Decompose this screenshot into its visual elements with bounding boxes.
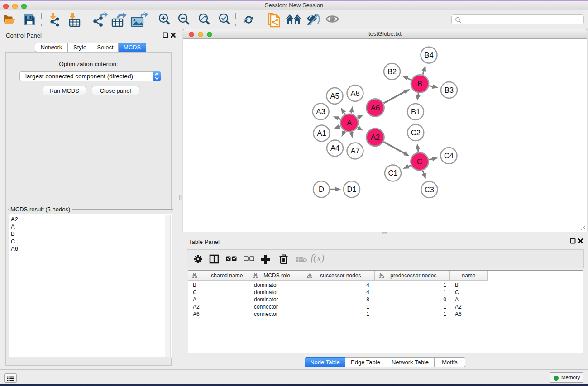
svg-text:C4: C4 [444, 152, 454, 160]
svg-text:C3: C3 [425, 186, 434, 194]
svg-text:B3: B3 [445, 86, 454, 94]
svg-text:A1: A1 [317, 129, 326, 137]
svg-text:A2: A2 [371, 133, 380, 141]
svg-text:B4: B4 [424, 51, 433, 59]
svg-text:B1: B1 [411, 108, 420, 116]
svg-text:A7: A7 [350, 147, 359, 155]
svg-text:B2: B2 [387, 67, 397, 76]
svg-text:C: C [417, 157, 422, 166]
svg-text:A4: A4 [330, 144, 339, 152]
svg-text:A6: A6 [371, 104, 380, 112]
svg-text:A: A [347, 119, 352, 127]
svg-text:C1: C1 [388, 169, 397, 177]
svg-text:C2: C2 [411, 129, 421, 137]
svg-text:D1: D1 [347, 185, 356, 193]
svg-text:A5: A5 [330, 92, 339, 100]
svg-text:A3: A3 [316, 107, 325, 115]
svg-text:A8: A8 [350, 89, 359, 97]
svg-text:B: B [417, 80, 422, 88]
svg-text:D: D [319, 185, 324, 193]
